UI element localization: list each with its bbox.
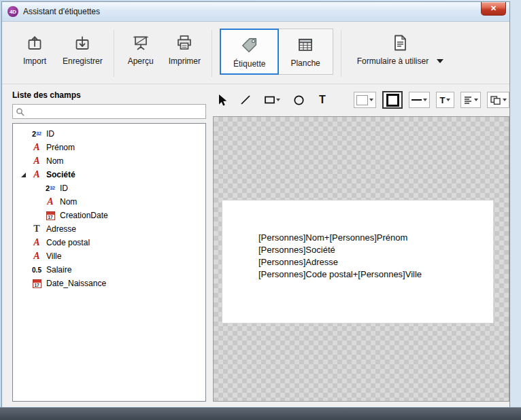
real-field-icon: 0.5 xyxy=(31,266,43,274)
preview-button[interactable]: Aperçu xyxy=(119,29,163,70)
save-button[interactable]: Enregistrer xyxy=(56,29,109,70)
field-row[interactable]: A Ville xyxy=(13,249,205,263)
main-toolbar: Import Enregistrer xyxy=(2,22,509,84)
line-width-button[interactable] xyxy=(409,92,430,108)
field-row[interactable]: A Nom xyxy=(13,154,205,168)
preview-label: Aperçu xyxy=(128,56,154,66)
chevron-down-icon xyxy=(446,99,450,101)
print-button[interactable]: Imprimer xyxy=(163,29,207,70)
alpha-field-icon: A xyxy=(31,251,43,261)
import-button[interactable]: Import xyxy=(13,29,56,70)
rectangle-tool[interactable] xyxy=(260,91,284,109)
chevron-down-icon xyxy=(437,59,443,63)
label-preview[interactable]: [Personnes]Nom+[Personnes]Prénom [Person… xyxy=(222,200,494,323)
form-to-use-button[interactable]: Formulaire à utiliser xyxy=(357,29,443,66)
field-row[interactable]: 232 ID xyxy=(13,127,205,141)
text-tool-glyph: T xyxy=(319,94,326,106)
window-title: Assistant d'étiquettes xyxy=(23,7,100,16)
fields-panel: Liste des champs 232 ID xyxy=(12,84,206,402)
design-toolbar: T T xyxy=(213,90,509,110)
tab-etiquette-label: Étiquette xyxy=(233,59,265,69)
window-bottom-frame xyxy=(0,407,521,420)
field-label: Code postal xyxy=(46,238,90,247)
text-tool[interactable]: T xyxy=(314,91,331,109)
chevron-down-icon xyxy=(474,99,478,101)
alpha-field-icon: A xyxy=(44,197,56,207)
border-color-swatch xyxy=(386,94,399,107)
chevron-down-icon xyxy=(503,99,507,101)
form-to-use-label: Formulaire à utiliser xyxy=(357,56,428,66)
4d-app-icon: 4D xyxy=(7,6,18,17)
toolbar-separator xyxy=(212,30,212,77)
field-row[interactable]: T Adresse xyxy=(13,222,205,236)
titlebar[interactable]: 4D Assistant d'étiquettes ✕ xyxy=(2,2,509,22)
alpha-field-icon: A xyxy=(31,238,43,247)
design-canvas[interactable]: [Personnes]Nom+[Personnes]Prénom [Person… xyxy=(213,116,509,402)
field-row[interactable]: 17 CreationDate xyxy=(13,209,205,222)
label-field-line[interactable]: [Personnes]Nom+[Personnes]Prénom xyxy=(258,232,422,244)
alpha-field-icon: A xyxy=(31,170,43,179)
import-icon xyxy=(26,33,44,52)
label-field-line[interactable]: [Personnes]Code postal+[Personnes]Ville xyxy=(258,268,422,281)
field-row[interactable]: A Nom xyxy=(13,195,205,209)
arrange-layers-icon xyxy=(490,95,501,105)
text-style-button[interactable]: T xyxy=(436,92,454,108)
form-document-icon xyxy=(391,33,409,52)
tag-icon xyxy=(240,35,259,54)
text-style-glyph: T xyxy=(440,95,446,105)
field-row[interactable]: 0.5 Salaire xyxy=(13,263,205,277)
save-icon xyxy=(73,33,91,52)
import-label: Import xyxy=(23,56,46,66)
field-row[interactable]: A Prénom xyxy=(13,141,205,154)
design-area: T T xyxy=(213,84,509,402)
field-row-expandable[interactable]: A Société xyxy=(13,168,205,181)
main-area: Liste des champs 232 ID xyxy=(2,84,509,407)
arrange-button[interactable] xyxy=(487,92,509,108)
field-row[interactable]: 17 Date_Naissance xyxy=(13,277,205,290)
search-icon xyxy=(16,107,24,116)
field-label: CreationDate xyxy=(60,211,108,220)
toolbar-separator xyxy=(114,30,114,77)
label-field-line[interactable]: [Personnes]Société xyxy=(258,244,422,256)
print-label: Imprimer xyxy=(169,56,201,66)
tab-planche-label: Planche xyxy=(290,58,320,68)
field-row[interactable]: 232 ID xyxy=(13,181,205,195)
align-button[interactable] xyxy=(460,92,481,108)
line-width-icon xyxy=(411,99,422,101)
field-label: Salaire xyxy=(46,265,71,275)
border-color-button[interactable] xyxy=(382,91,403,109)
fields-panel-title: Liste des champs xyxy=(12,90,206,100)
longint-field-icon: 232 xyxy=(44,184,56,192)
field-search-input[interactable] xyxy=(27,105,203,118)
fill-color-button[interactable] xyxy=(354,92,376,108)
sheet-grid-icon xyxy=(297,35,314,54)
chevron-down-icon xyxy=(276,99,280,101)
field-label: Ville xyxy=(46,251,61,261)
expand-arrow-icon[interactable] xyxy=(20,172,27,178)
field-label: Prénom xyxy=(46,143,75,152)
line-tool[interactable] xyxy=(237,91,254,109)
field-label: Nom xyxy=(46,156,63,166)
fill-color-swatch xyxy=(356,95,368,105)
label-sheet-tab-group: Étiquette Planche xyxy=(220,29,333,75)
ellipse-tool[interactable] xyxy=(290,91,307,109)
field-label: Société xyxy=(46,170,75,179)
text-field-icon: T xyxy=(31,224,43,234)
field-list[interactable]: 232 ID A Prénom A Nom xyxy=(12,123,206,402)
tab-planche[interactable]: Planche xyxy=(278,29,332,74)
chevron-down-icon xyxy=(423,99,427,101)
field-search[interactable] xyxy=(12,104,206,119)
field-label: Nom xyxy=(60,197,77,207)
label-field-line[interactable]: [Personnes]Adresse xyxy=(258,256,422,268)
label-wizard-window: 4D Assistant d'étiquettes ✕ Import xyxy=(1,1,510,408)
field-label: ID xyxy=(46,129,54,139)
longint-field-icon: 232 xyxy=(31,130,43,138)
toolbar-separator xyxy=(341,30,341,77)
field-row[interactable]: A Code postal xyxy=(13,236,205,249)
close-button[interactable]: ✕ xyxy=(481,2,506,16)
field-label: Date_Naissance xyxy=(46,279,106,288)
pointer-tool[interactable] xyxy=(213,91,231,109)
tab-etiquette[interactable]: Étiquette xyxy=(220,29,279,75)
alpha-field-icon: A xyxy=(31,156,43,166)
date-field-icon: 17 xyxy=(44,211,56,220)
